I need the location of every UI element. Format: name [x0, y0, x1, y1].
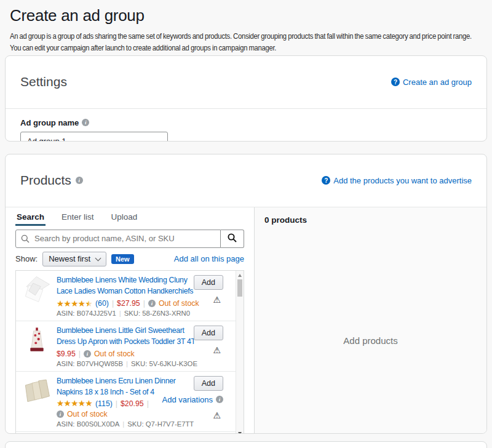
product-title-link[interactable]: Bumblebee Linens Little Girl Sweetheart … — [57, 325, 200, 348]
product-source-tabs: Search Enter list Upload — [15, 210, 244, 226]
add-all-on-page-link[interactable]: Add all on this page — [174, 254, 244, 263]
chevron-down-icon — [95, 255, 101, 261]
selected-products-panel: 0 products Add products — [254, 207, 486, 434]
product-list-viewport: Bumblebee Linens White Wedding Cluny Lac… — [16, 271, 244, 434]
separator: | — [112, 299, 114, 308]
warning-icon: ⚠ — [213, 411, 221, 420]
scrollbar-thumb[interactable] — [237, 279, 242, 297]
info-icon[interactable]: i — [57, 410, 64, 418]
scrollbar[interactable] — [236, 271, 244, 434]
product-asin-sku: ASIN: B074JJ25V1|SKU: 58-Z6N3-XRN0 — [57, 310, 200, 317]
star-rating-fill: ★★★★★ — [57, 399, 92, 408]
tab-enter-list[interactable]: Enter list — [60, 210, 95, 226]
sort-dropdown[interactable]: Newest first — [42, 252, 106, 266]
ad-group-name-label: Ad group name — [20, 118, 79, 127]
product-row: Bumblebee Linens White Linen DinnerAdd — [16, 432, 236, 434]
product-row: Bumblebee Linens Little Girl Sweetheart … — [16, 321, 236, 372]
ad-group-name-input[interactable] — [20, 132, 168, 142]
selected-products-count: 0 products — [255, 207, 486, 225]
separator: | — [126, 360, 128, 367]
empty-state: Add products — [255, 225, 486, 434]
scroll-down-icon[interactable] — [238, 432, 242, 434]
add-products-help-link[interactable]: ? Add the products you want to advertise — [322, 176, 472, 185]
settings-card-body: Ad group name i — [6, 109, 486, 142]
info-icon[interactable]: i — [84, 350, 91, 358]
product-asin-sku: ASIN: B07VHQW85B|SKU: 5V-6JKU-K3OE — [57, 360, 200, 367]
add-product-button[interactable]: Add — [194, 326, 223, 340]
search-icon — [20, 234, 30, 246]
add-product-button[interactable]: Add — [194, 275, 223, 290]
page-title: Create an ad group — [10, 6, 482, 25]
product-asin: ASIN: B07VHQW85B — [57, 360, 123, 367]
product-sku: SKU: 5V-6JKU-K3OE — [131, 360, 197, 367]
help-icon: ? — [322, 176, 330, 185]
info-icon[interactable]: i — [216, 396, 223, 403]
star-rating: ★★★★★★★★★★ — [57, 399, 92, 408]
product-title-link[interactable]: Bumblebee Linens White Wedding Cluny Lac… — [57, 274, 200, 298]
products-heading-label: Products — [20, 173, 71, 188]
page-header: Create an ad group An ad group is a grou… — [0, 0, 492, 49]
add-variations-label: Add variations — [162, 395, 213, 404]
warning-icon: ⚠ — [213, 295, 221, 304]
product-sku: SKU: Q7-H7V7-E7TT — [127, 420, 194, 428]
separator: | — [119, 310, 121, 317]
tab-upload[interactable]: Upload — [110, 210, 139, 226]
scroll-up-icon[interactable] — [238, 274, 242, 277]
products-card: Products i ? Add the products you want t… — [5, 154, 487, 434]
search-row — [15, 230, 244, 248]
out-of-stock-row: iOut of stock — [57, 410, 200, 419]
product-info: Bumblebee Linens Little Girl Sweetheart … — [57, 325, 200, 367]
product-image — [22, 375, 52, 405]
product-search-input[interactable] — [15, 230, 221, 248]
out-of-stock-label: Out of stock — [159, 299, 199, 308]
info-icon[interactable]: i — [148, 300, 156, 307]
product-info: Bumblebee Linens White Wedding Cluny Lac… — [57, 274, 200, 317]
out-of-stock-label: Out of stock — [94, 350, 135, 358]
product-row: Bumblebee Linens Ecru Linen Dinner Napki… — [16, 372, 236, 432]
add-product-button[interactable]: Add — [194, 376, 223, 391]
star-rating-fill: ★★★★★ — [57, 300, 89, 308]
create-ad-group-help-link[interactable]: ? Create an ad group — [391, 78, 472, 87]
tab-search[interactable]: Search — [15, 210, 46, 226]
products-body: Search Enter list Upload Show — [6, 207, 486, 434]
help-link-label: Add the products you want to advertise — [333, 176, 472, 185]
product-price: $20.95 — [121, 399, 144, 408]
add-variations-link[interactable]: Add variationsi — [162, 395, 223, 404]
product-search-panel: Search Enter list Upload Show — [6, 207, 254, 434]
empty-state-text: Add products — [343, 335, 397, 346]
separator: | — [116, 399, 117, 408]
product-price: $9.95 — [57, 350, 76, 358]
separator: | — [147, 399, 149, 408]
show-label: Show: — [15, 254, 38, 263]
info-icon[interactable]: i — [76, 177, 83, 184]
show-row: Show: Newest first New Add all on this p… — [15, 252, 244, 266]
settings-card: Settings ? Create an ad group Ad group n… — [5, 55, 487, 142]
sort-value: Newest first — [49, 254, 90, 263]
product-image — [22, 274, 52, 304]
out-of-stock-label: Out of stock — [67, 410, 108, 418]
warning-icon: ⚠ — [213, 346, 221, 354]
product-image — [22, 325, 52, 354]
help-link-label: Create an ad group — [403, 78, 472, 87]
product-asin: ASIN: B074JJ25V1 — [57, 310, 116, 317]
page-description: An ad group is a group of ads sharing th… — [10, 31, 484, 54]
help-icon: ? — [391, 78, 400, 86]
product-meta: ★★★★★★★★★★(60)|$27.95|iOut of stock — [57, 299, 200, 308]
rating-count-link[interactable]: (60) — [95, 299, 109, 308]
product-list: Bumblebee Linens White Wedding Cluny Lac… — [16, 271, 236, 434]
search-input-wrap — [15, 230, 221, 248]
rating-count-link[interactable]: (115) — [95, 399, 113, 408]
settings-heading: Settings — [20, 74, 67, 89]
search-button[interactable] — [221, 230, 244, 248]
separator: | — [122, 420, 124, 428]
product-sku: SKU: 58-Z6N3-XRN0 — [124, 310, 190, 317]
search-icon — [227, 233, 237, 245]
products-heading: Products i — [20, 173, 83, 188]
products-card-header: Products i ? Add the products you want t… — [6, 154, 486, 207]
ad-group-name-field-label: Ad group name i — [20, 118, 472, 127]
info-icon[interactable]: i — [82, 119, 89, 126]
new-badge: New — [111, 254, 134, 264]
product-asin: ASIN: B00S0LX0DA — [57, 420, 119, 428]
next-section-card-stub — [5, 441, 487, 448]
product-list-box: Bumblebee Linens White Wedding Cluny Lac… — [15, 270, 244, 434]
